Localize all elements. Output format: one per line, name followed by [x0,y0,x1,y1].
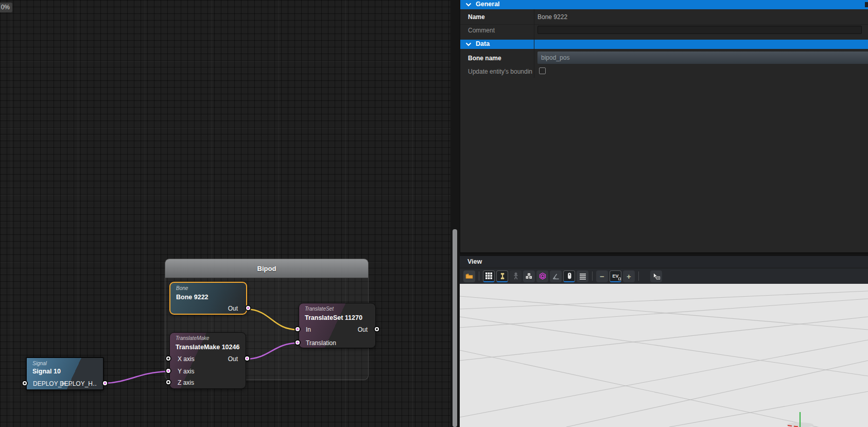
node-signal-10[interactable]: Signal Signal 10 DEPLOY_H… DEPLOY_H… [26,357,104,390]
view-toolbar: − EV + [460,268,868,284]
folder-icon [465,273,473,279]
wire-signal-to-yaxis[interactable] [105,371,168,383]
update-bounds-checkbox[interactable] [539,67,546,74]
port-in[interactable] [296,327,300,331]
zoom-out-button[interactable]: − [596,270,608,282]
port-out[interactable] [245,356,249,361]
viewport-3d[interactable] [460,284,868,427]
property-row-bone-name: Bone name bipod_pos [460,49,868,65]
show-collision-toggle[interactable] [536,270,548,282]
name-value[interactable]: Bone 9222 [537,13,567,21]
ev-icon: EV [612,274,618,279]
magenta-polyhedron-icon [539,272,546,280]
port-deploy-in[interactable] [23,381,27,385]
port-label-deploy-out: DEPLOY_H… [60,380,97,387]
port-label-x-axis: X axis [178,355,195,363]
show-character-toggle[interactable] [510,270,522,282]
port-deploy-out[interactable] [103,381,107,385]
view-panel-title: View [467,258,482,265]
node-title: TranslateMake 10246 [176,344,239,351]
node-editor-canvas[interactable]: 0% Bipod Bone Bone 9222 Out TranslateSet… [0,0,450,427]
measure-angle-toggle[interactable] [550,270,562,282]
port-y-axis[interactable] [166,369,170,373]
view-panel: View [460,256,868,427]
bone-name-label: Bone name [468,55,501,62]
mouse-navigation-toggle[interactable] [563,270,575,282]
angle-ruler-icon [552,273,560,280]
zoom-in-button[interactable]: + [623,270,635,282]
property-row-comment: Comment [460,24,868,37]
port-label-out: Out [228,305,238,312]
minus-icon: − [600,272,604,281]
node-kind-label: TranslateMake [176,335,209,341]
panel-corner-notch [865,2,868,7]
chevron-down-icon [465,3,472,7]
port-out[interactable] [375,327,379,331]
show-props-toggle[interactable] [523,270,535,282]
node-title: Signal 10 [32,368,61,375]
cursor-pick-icon [652,272,661,280]
toolbar-separator [638,271,639,281]
dice-cluster-icon [525,272,533,280]
section-title: Data [476,40,490,47]
port-label-in: In [306,326,311,333]
property-row-update-bounds: Update entity's boundin [460,65,868,78]
section-title: General [476,1,500,8]
port-label-translation: Translation [306,339,336,347]
comment-input[interactable] [537,26,862,34]
bone-icon [499,272,506,280]
node-kind-label: TranslateSet [305,306,334,312]
grid-icon [485,272,492,279]
node-kind-label: Bone [176,285,188,291]
section-header-general[interactable]: General [460,0,868,9]
pick-object-button[interactable] [650,270,662,282]
port-out[interactable] [246,306,250,310]
show-bones-toggle[interactable] [496,270,508,282]
zoom-level-badge: 0% [0,3,12,12]
chevron-down-icon [465,42,472,46]
plus-icon: + [627,272,631,281]
mannequin-icon [512,272,519,280]
comment-label: Comment [468,27,495,34]
canvas-scrollbar[interactable] [450,0,460,427]
canvas-scrollbar-thumb[interactable] [453,229,457,427]
node-translatemake-10246[interactable]: TranslateMake TranslateMake 10246 X axis… [169,332,246,389]
viewport-scene [460,284,868,427]
property-row-name: Name Bone 9222 [460,9,868,24]
node-translateset-11270[interactable]: TranslateSet TranslateSet 11270 In Out T… [299,303,376,348]
label-column-divider [534,9,534,78]
node-title: Bone 9222 [176,294,209,301]
wire-translatemake-to-translation[interactable] [246,343,298,359]
properties-panel: General Name Bone 9222 Comment Data Bone… [460,0,868,253]
node-bone-9222[interactable]: Bone Bone 9222 Out [169,282,247,315]
port-label-out: Out [358,326,368,333]
name-label: Name [468,13,485,21]
port-label-y-axis: Y axis [178,368,194,375]
node-title: TranslateSet 11270 [305,314,362,321]
toolbar-separator [592,271,593,281]
list-lines-icon [579,273,586,280]
open-folder-button[interactable] [463,270,475,282]
grid-view-toggle[interactable] [483,270,495,282]
port-z-axis[interactable] [166,380,170,384]
display-list-button[interactable] [577,270,588,282]
node-kind-label: Signal [32,361,47,366]
exposure-value-toggle[interactable]: EV [610,270,621,282]
application-window: 0% Bipod Bone Bone 9222 Out TranslateSet… [0,0,868,427]
wire-bone-to-translateset[interactable] [247,309,298,330]
section-header-data[interactable]: Data [460,40,868,49]
port-label-out: Out [228,355,238,363]
port-x-axis[interactable] [166,356,170,361]
port-translation[interactable] [296,340,300,345]
viewport-grid-lines [460,291,868,427]
view-panel-titlebar: View [460,256,868,268]
port-label-z-axis: Z axis [178,379,194,386]
update-bounds-label: Update entity's boundin [468,68,533,75]
toolbar-separator [479,271,479,281]
bone-name-field[interactable]: bipod_pos [537,52,868,64]
mouse-icon [566,272,573,280]
